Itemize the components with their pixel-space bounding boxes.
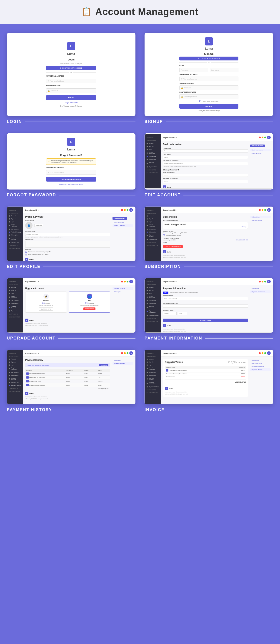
student-btn[interactable]: CURRENT PLAN (39, 308, 53, 311)
sidebar-item-account-pi[interactable]: Account (145, 286, 161, 289)
right-nav-subscription-upg[interactable]: Subscription (112, 290, 133, 293)
first-name-field[interactable]: Shonder (163, 149, 248, 152)
terms-checkbox[interactable]: ✓ (199, 100, 201, 102)
sidebar-item-login-ep[interactable]: Login (7, 220, 23, 223)
sidebar-item-account[interactable]: Account (145, 142, 161, 145)
sidebar-item-ph-inv[interactable]: Payment History (145, 386, 161, 388)
right-nav-privacy[interactable]: Profile & Privacy (112, 224, 133, 227)
expiry-month-field[interactable]: January (163, 312, 176, 315)
right-nav-upgrade-account[interactable]: Upgrade Account (112, 287, 133, 290)
sidebar-item-sub-ph[interactable]: Subscription (7, 374, 23, 376)
sidebar-item-sub-pi[interactable]: Subscription (145, 302, 161, 305)
sidebar-item-account-inv[interactable]: Account (145, 358, 161, 360)
sidebar-item-account-sub[interactable]: Account (145, 214, 161, 217)
sidebar-item-login-upg[interactable]: Login (7, 292, 23, 295)
checkbox-display-name-input[interactable]: ✓ (25, 251, 27, 253)
right-nav-basic-info[interactable]: Basic Information (250, 148, 271, 151)
sidebar-item-login[interactable]: Login (145, 148, 161, 151)
right-nav-basic-ep[interactable]: Basic Information (112, 221, 133, 224)
sidebar-item-signup-pi[interactable]: Sign Up (145, 289, 161, 292)
change-card-link[interactable]: CHANGE METHOD (236, 239, 248, 241)
send-instructions-button[interactable]: SEND INSTRUCTIONS (46, 177, 96, 182)
sidebar-item-profile-privacy[interactable]: Profile & Privacy (7, 231, 23, 234)
right-nav-upgrade-inv[interactable]: Upgrade Account (250, 362, 271, 365)
edit-photo-button[interactable]: Edit photo (34, 224, 43, 227)
sidebar-item-signup-ph[interactable]: Sign Up (7, 361, 23, 363)
confirm-input[interactable]: 🔒 Confirm password (179, 94, 238, 99)
sidebar-item-sub-upg[interactable]: Subscription (7, 302, 23, 305)
sidebar-item-ea-ph[interactable]: Edit Account (7, 371, 23, 374)
sidebar-item-login-ph[interactable]: Login (7, 364, 23, 366)
security-field[interactable]: ••• (163, 304, 248, 308)
sidebar-item-login-sub[interactable]: Login (145, 220, 161, 223)
sidebar-item-upgrade-ph[interactable]: Upgrade Account (7, 377, 23, 381)
password-input-signup[interactable]: 🔒 Password (179, 86, 238, 90)
email-field-ea[interactable]: shonderb@baturo@gmail.com (163, 162, 248, 165)
sidebar-item-payment-ep[interactable]: Payment Info (7, 241, 23, 244)
right-nav-payment-history[interactable]: Payment History (112, 362, 133, 365)
sidebar-item-account-upg[interactable]: Account (7, 286, 23, 289)
cancel-subscription-button[interactable]: CANCEL SUBSCRIPTION (163, 245, 183, 248)
right-nav-invoice[interactable]: Payment History (250, 368, 271, 371)
login-submit-button[interactable]: LOGIN (46, 95, 96, 100)
email-input-forgot[interactable]: ✉ Your email address (46, 170, 96, 174)
last-name-field[interactable]: Baturo (163, 156, 248, 159)
auto-renewal-checkbox[interactable]: ✓ (163, 234, 165, 236)
right-nav-upgrade-sub[interactable]: Upgrade Account (250, 219, 271, 222)
save-changes-button-ep[interactable]: SAVE CHANGES (112, 217, 127, 220)
sidebar-item-login-inv[interactable]: Login (145, 364, 161, 366)
sidebar-item-upgrade-ea[interactable]: Upgrade Account (145, 161, 161, 165)
sidebar-item-payment-history[interactable]: Payment History (7, 384, 23, 387)
google-login-button[interactable]: G CONTINUE WITH GOOGLE (46, 66, 96, 70)
sidebar-item-upgrade-account[interactable]: Upgrade Account (7, 305, 23, 309)
sidebar-item-payment-information[interactable]: Payment Information (145, 310, 161, 314)
change-plan-link[interactable]: Change (242, 226, 246, 228)
sidebar-item-pi-inv[interactable]: Payment Information (145, 381, 161, 385)
sidebar-item-ea-upg[interactable]: Edit Account (7, 299, 23, 302)
new-pwd-field[interactable]: •••••••• (163, 174, 248, 177)
email-input[interactable]: ✉ Your email address (46, 79, 96, 83)
sidebar-item-forgot-ph[interactable]: Forgot Password (7, 366, 23, 371)
sidebar-item-forgot-sub[interactable]: Forgot Password (145, 224, 161, 228)
right-nav-subscription[interactable]: Subscription (250, 216, 271, 218)
forgot-password-link[interactable]: Forgot Password? (65, 102, 78, 104)
sidebar-item-ea-sub[interactable]: Edit Account (145, 228, 161, 230)
right-nav-subscription-pi[interactable]: Subscription (250, 287, 271, 290)
sidebar-item-upgrade-pi[interactable]: Upgrade Account (145, 305, 161, 309)
sidebar-item-ea-pi[interactable]: Edit Account (145, 299, 161, 302)
back-to-login-link[interactable]: Remember your password? Login (59, 184, 83, 185)
save-payment-button[interactable]: SAVE CHANGES (163, 318, 248, 322)
lastname-input[interactable]: Last name (210, 68, 238, 72)
sidebar-item-payment-ea[interactable]: Payment Info (145, 166, 161, 168)
sidebar-item-pi-ph[interactable]: Payment Info (7, 381, 23, 384)
sidebar-item-subscription[interactable]: Subscription (145, 231, 161, 234)
card-number-field[interactable]: 1234 1234 1234 1234 (163, 297, 248, 300)
sidebar-item-sub-inv[interactable]: Subscription (145, 374, 161, 376)
sidebar-item-account-ep[interactable]: Account (7, 214, 23, 217)
sidebar-item-forgot-ep[interactable]: Forgot Password (7, 224, 23, 228)
email-input-signup[interactable]: ✉ Your email address (179, 76, 238, 81)
sidebar-item-login-pi[interactable]: Login (145, 292, 161, 295)
right-nav-profile-privacy[interactable]: Profile & Privacy (250, 152, 271, 154)
sidebar-item-signup-ep[interactable]: Sign Up (7, 218, 23, 220)
right-nav-payment-info[interactable]: Payment Information (250, 290, 271, 293)
save-changes-button-ea[interactable]: SAVE CHANGES (250, 144, 265, 147)
right-nav-subscription-ph[interactable]: Subscription (112, 359, 133, 362)
firstname-input[interactable]: First name (179, 68, 208, 72)
profile-name-field[interactable]: Shonder-id.shonder (25, 233, 110, 236)
expiry-year-field[interactable]: 2019 (178, 312, 187, 315)
sidebar-item-forgot[interactable]: Forgot Password (145, 151, 161, 155)
sidebar-item-signup-inv[interactable]: Sign Up (145, 361, 161, 363)
get-started-button[interactable]: Get Started (99, 364, 108, 366)
google-signup-button[interactable]: G CONTINUE WITH GOOGLE (179, 56, 238, 60)
sidebar-item-forgot-pi[interactable]: Forgot Password (145, 295, 161, 299)
about-textarea[interactable] (25, 241, 110, 248)
sidebar-item-sub-ep[interactable]: Subscription (7, 234, 23, 236)
sidebar-item-upgrade-inv[interactable]: Upgrade Account (145, 377, 161, 381)
password-input[interactable]: 🔒 Password (46, 88, 96, 93)
sidebar-item-subscription-ea[interactable]: Subscription (145, 158, 161, 161)
sidebar-item-history-pi[interactable]: Payment History (145, 314, 161, 316)
confirm-pwd-field[interactable]: •••••••• (163, 180, 248, 183)
sidebar-item-forgot-upg[interactable]: Forgot Password (7, 295, 23, 299)
checkbox-allow-everyone-input[interactable]: ✓ (25, 254, 27, 256)
